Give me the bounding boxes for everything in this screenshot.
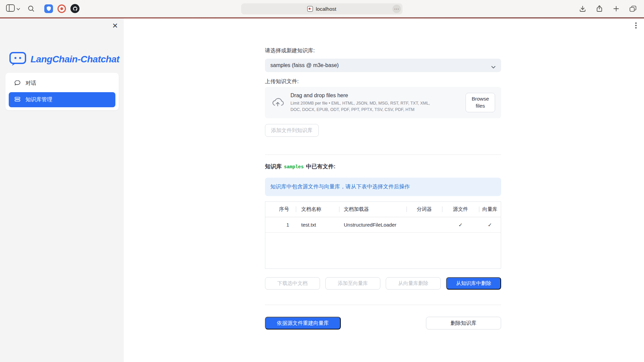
menu-item-label: 对话 (25, 80, 36, 87)
browse-files-button[interactable]: Browse files (466, 93, 495, 112)
cell-source-check: ✓ (442, 217, 479, 232)
upload-label: 上传知识文件: (265, 78, 299, 85)
kb-bottom-buttons: 依据源文件重建向量库 删除知识库 (265, 317, 501, 329)
delete-from-kb-button[interactable]: 从知识库中删除 (446, 277, 501, 290)
downloads-icon[interactable] (578, 4, 588, 14)
sidebar-menu: 对话 知识库管理 (5, 73, 119, 110)
cell-index: 1 (265, 217, 296, 232)
address-bar[interactable]: localhost ⋯ (241, 3, 402, 14)
info-alert-text: 知识库中包含源文件与向量库，请从下表中选择文件后操作 (270, 183, 410, 190)
add-to-vector-store-button[interactable]: 添加至向量库 (325, 277, 380, 290)
heading-prefix: 知识库 (265, 163, 282, 170)
kb-management-page: 请选择或新建知识库: samples (faiss @ m3e-base) 上传… (265, 18, 501, 362)
kb-selected-value: samples (faiss @ m3e-base) (270, 62, 339, 68)
extensions-row (44, 4, 79, 13)
search-icon[interactable] (26, 4, 36, 14)
sidebar-panel-icon (6, 4, 15, 13)
files-table: 序号 文档名称 文档加载器 分词器 源文件 向量库 1 test.txt Uns… (265, 201, 501, 269)
add-files-to-kb-button[interactable]: 添加文件到知识库 (265, 124, 319, 137)
knowledge-base-icon (14, 96, 21, 104)
divider (265, 155, 501, 155)
uploader-limit-text: Limit 200MB per file • EML, HTML, JSON, … (290, 100, 438, 113)
cell-vector-check: ✓ (479, 217, 501, 232)
remove-from-vector-store-button[interactable]: 从向量库删除 (386, 277, 441, 290)
chevron-down-icon (491, 64, 496, 70)
cell-loader: UnstructuredFileLoader (339, 217, 407, 232)
col-header-loader[interactable]: 文档加载器 (339, 202, 407, 217)
cloud-upload-icon (271, 97, 284, 109)
logo-text: LangChain-Chatchat (31, 54, 119, 65)
menu-item-label: 知识库管理 (25, 96, 52, 103)
logo-chat-bubble-icon (9, 51, 26, 67)
url-text: localhost (316, 6, 336, 12)
col-header-source[interactable]: 源文件 (442, 202, 479, 217)
shield-extension-icon[interactable] (44, 4, 53, 13)
tab-overview-icon[interactable] (628, 4, 638, 14)
col-header-index[interactable]: 序号 (265, 202, 296, 217)
kb-select-label: 请选择或新建知识库: (265, 47, 315, 54)
download-selected-button[interactable]: 下载选中文档 (265, 277, 320, 290)
menu-item-knowledge-base[interactable]: 知识库管理 (9, 92, 115, 107)
col-header-name[interactable]: 文档名称 (296, 202, 339, 217)
existing-files-heading: 知识库 samples 中已有文件: (265, 163, 335, 170)
table-row[interactable]: 1 test.txt UnstructuredFileLoader ✓ ✓ (265, 217, 501, 233)
info-alert: 知识库中包含源文件与向量库，请从下表中选择文件后操作 (265, 178, 501, 196)
kb-select-dropdown[interactable]: samples (faiss @ m3e-base) (265, 59, 501, 72)
uploader-texts: Drag and drop files here Limit 200MB per… (290, 93, 460, 113)
file-uploader-dropzone[interactable]: Drag and drop files here Limit 200MB per… (265, 87, 501, 118)
github-extension-icon[interactable] (70, 4, 79, 13)
share-icon[interactable] (594, 4, 604, 14)
sidebar: ✕ LangChain-Chatchat 对话 (0, 18, 124, 362)
heading-suffix: 中已有文件: (306, 163, 335, 170)
kb-name-code: samples (284, 164, 304, 170)
site-favicon-icon (307, 6, 313, 12)
sidebar-close-button[interactable]: ✕ (110, 21, 120, 31)
page-options-icon[interactable]: ⋯ (392, 5, 401, 13)
app-menu-button[interactable] (632, 21, 640, 30)
ring-extension-icon[interactable] (57, 4, 66, 13)
chevron-down-icon (16, 6, 20, 12)
cell-splitter (407, 217, 442, 232)
browser-toolbar: localhost ⋯ (0, 0, 644, 17)
uploader-title: Drag and drop files here (290, 93, 460, 99)
rebuild-vector-store-button[interactable]: 依据源文件重建向量库 (265, 317, 341, 329)
app-window: ✕ LangChain-Chatchat 对话 (0, 18, 644, 362)
sidebar-toggle-button[interactable] (6, 4, 20, 13)
app-logo: LangChain-Chatchat (9, 51, 119, 67)
divider (265, 305, 501, 305)
cell-name: test.txt (296, 217, 339, 232)
col-header-vector[interactable]: 向量库 (479, 202, 501, 217)
new-tab-icon[interactable] (611, 4, 621, 14)
col-header-splitter[interactable]: 分词器 (407, 202, 442, 217)
chat-bubble-icon (14, 79, 21, 87)
delete-kb-button[interactable]: 删除知识库 (426, 317, 501, 329)
table-header-row: 序号 文档名称 文档加载器 分词器 源文件 向量库 (265, 202, 501, 217)
menu-item-chat[interactable]: 对话 (9, 76, 115, 91)
file-action-buttons: 下载选中文档 添加至向量库 从向量库删除 从知识库中删除 (265, 277, 501, 290)
